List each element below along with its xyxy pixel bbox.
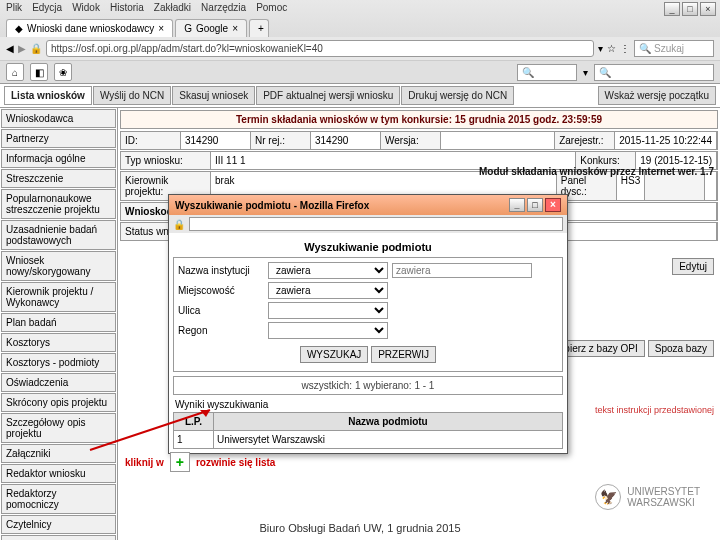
back-icon[interactable]: ◀ — [6, 43, 14, 54]
tab-close-icon[interactable]: × — [158, 23, 164, 34]
chevron-down-icon[interactable]: ▾ — [583, 67, 588, 78]
miejsc-select[interactable]: zawiera — [268, 282, 388, 299]
sidebar-item-partnerzy[interactable]: Partnerzy — [1, 129, 116, 148]
secondary-search[interactable]: 🔍 — [517, 64, 577, 81]
forward-icon[interactable]: ▶ — [18, 43, 26, 54]
tool-icon-2[interactable]: ❀ — [54, 63, 72, 81]
miejsc-label: Miejscowość — [178, 285, 268, 296]
nr-label: Nr rej.: — [251, 132, 311, 149]
browser-menubar: Plik Edycja Widok Historia Zakładki Narz… — [0, 0, 720, 15]
id-value: 314290 — [181, 132, 251, 149]
menu-view[interactable]: Widok — [72, 2, 100, 13]
dialog-titlebar[interactable]: Wyszukiwanie podmiotu - Mozilla Firefox … — [169, 195, 567, 215]
clear-button[interactable]: PRZERWIJ — [371, 346, 436, 363]
search-input[interactable]: 🔍 Szukaj — [634, 40, 714, 57]
sidebar-item-redaktor[interactable]: Redaktor wniosku — [1, 464, 116, 483]
edit-button[interactable]: Edytuj — [672, 258, 714, 275]
sidebar-item-oswiadczenia[interactable]: Oświadczenia — [1, 373, 116, 392]
module-header: Moduł składania wniosków przez Internet … — [479, 166, 714, 177]
annot-text1: kliknij w — [125, 457, 164, 468]
dlg-close-icon[interactable]: × — [545, 198, 561, 212]
search-icon: 🔍 — [639, 43, 651, 54]
annotation: kliknij w + rozwinie się lista — [125, 452, 275, 472]
tab-drukuj[interactable]: Drukuj wersję do NCN — [401, 86, 514, 105]
menu-edit[interactable]: Edycja — [32, 2, 62, 13]
wersja-label: Wersja: — [381, 132, 441, 149]
browser-tab-main[interactable]: ◆ Wnioski dane wnioskodawcy × — [6, 19, 173, 37]
ulica-label: Ulica — [178, 305, 268, 316]
maximize-icon[interactable]: □ — [682, 2, 698, 16]
deadline-banner: Termin składania wniosków w tym konkursi… — [120, 110, 718, 129]
home-icon[interactable]: ⌂ — [6, 63, 24, 81]
minimize-icon[interactable]: _ — [664, 2, 680, 16]
table-row[interactable]: 1 Uniwersytet Warszawski — [174, 431, 563, 449]
dlg-minimize-icon[interactable]: _ — [509, 198, 525, 212]
dlg-maximize-icon[interactable]: □ — [527, 198, 543, 212]
dialog-header: Wyszukiwanie podmiotu — [173, 237, 563, 257]
svg-line-0 — [90, 410, 210, 450]
new-tab-button[interactable]: + — [249, 19, 269, 37]
tab-close-icon[interactable]: × — [232, 23, 238, 34]
tool-icon-1[interactable]: ◧ — [30, 63, 48, 81]
sidebar-item-popularnonaukowe[interactable]: Popularnonaukowe streszczenie projektu — [1, 189, 116, 219]
annot-text2: rozwinie się lista — [196, 457, 275, 468]
spoza-button[interactable]: Spoza bazy — [648, 340, 714, 357]
tab-label: Google — [196, 23, 228, 34]
tab-pdf[interactable]: PDF aktualnej wersji wniosku — [256, 86, 400, 105]
search-button[interactable]: WYSZUKAJ — [300, 346, 368, 363]
sidebar-item-wniosek[interactable]: Wniosek nowy/skorygowany — [1, 251, 116, 281]
menu-help[interactable]: Pomoc — [256, 2, 287, 13]
sidebar-item-redaktorzy-pom[interactable]: Redaktorzy pomocniczy — [1, 484, 116, 514]
zarej-value: 2015-11-25 10:22:44 — [615, 132, 717, 149]
regon-select[interactable] — [268, 322, 388, 339]
sidebar-item-kierownik[interactable]: Kierownik projektu / Wykonawcy — [1, 282, 116, 312]
sidebar-item-wnioskodawca[interactable]: Wnioskodawca — [1, 109, 116, 128]
tab-wyslij[interactable]: Wyślij do NCN — [93, 86, 171, 105]
bookmark-icon[interactable]: ☆ — [607, 43, 616, 54]
dlg-lock-icon: 🔒 — [173, 219, 185, 230]
results-label: Wyniki wyszukiwania — [173, 397, 563, 412]
col-name: Nazwa podmiotu — [214, 413, 563, 431]
dlg-address-input[interactable] — [189, 217, 563, 231]
dropdown-icon[interactable]: ▾ — [598, 43, 603, 54]
wersja-value — [441, 132, 555, 149]
search-icon: 🔍 — [599, 67, 611, 78]
version-select[interactable]: Wskaż wersję początku — [598, 86, 716, 105]
sidebar-item-streszczenie[interactable]: Streszczenie — [1, 169, 116, 188]
tab-label: Wnioski dane wnioskodawcy — [27, 23, 154, 34]
eagle-icon: 🦅 — [595, 484, 621, 510]
menu-tools[interactable]: Narzędzia — [201, 2, 246, 13]
zarej-label: Zarejestr.: — [555, 132, 615, 149]
annotation-arrow — [80, 405, 230, 455]
menu-bookmarks[interactable]: Zakładki — [154, 2, 191, 13]
close-icon[interactable]: × — [700, 2, 716, 16]
sidebar: Wnioskodawca Partnerzy Informacja ogólne… — [0, 108, 118, 540]
more-icon[interactable]: ⋮ — [620, 43, 630, 54]
menu-history[interactable]: Historia — [110, 2, 144, 13]
sidebar-item-kosztorys-podmioty[interactable]: Kosztorys - podmioty — [1, 353, 116, 372]
cell-name: Uniwersytet Warszawski — [214, 431, 563, 449]
ulica-select[interactable] — [268, 302, 388, 319]
browser-tab-google[interactable]: G Google × — [175, 19, 247, 37]
result-count: wszystkich: 1 wybierano: 1 - 1 — [173, 376, 563, 395]
results-table: L.P. Nazwa podmiotu 1 Uniwersytet Warsza… — [173, 412, 563, 449]
plus-icon: + — [170, 452, 190, 472]
sidebar-item-strona-glowna[interactable]: Strona główna — [1, 535, 116, 540]
tab-favicon: ◆ — [15, 23, 23, 34]
footer-text: Biuro Obsługi Badań UW, 1 grudnia 2015 — [0, 522, 720, 534]
typ-label: Typ wniosku: — [121, 152, 211, 169]
sidebar-item-info[interactable]: Informacja ogólne — [1, 149, 116, 168]
menu-file[interactable]: Plik — [6, 2, 22, 13]
sidebar-item-plan[interactable]: Plan badań — [1, 313, 116, 332]
sidebar-item-kosztorys[interactable]: Kosztorys — [1, 333, 116, 352]
nazwa-input[interactable] — [392, 263, 532, 278]
tab-skasuj[interactable]: Skasuj wniosek — [172, 86, 255, 105]
tab-lista[interactable]: Lista wniosków — [4, 86, 92, 105]
sidebar-item-uzasadnienie[interactable]: Uzasadnienie badań podstawowych — [1, 220, 116, 250]
nazwa-select[interactable]: zawiera — [268, 262, 388, 279]
lock-icon: 🔒 — [30, 43, 42, 54]
address-input[interactable]: https://osf.opi.org.pl/app/adm/start.do?… — [46, 40, 594, 57]
app-top-tabs: Lista wniosków Wyślij do NCN Skasuj wnio… — [0, 84, 720, 108]
extension-search[interactable]: 🔍 — [594, 64, 714, 81]
tab-favicon: G — [184, 23, 192, 34]
